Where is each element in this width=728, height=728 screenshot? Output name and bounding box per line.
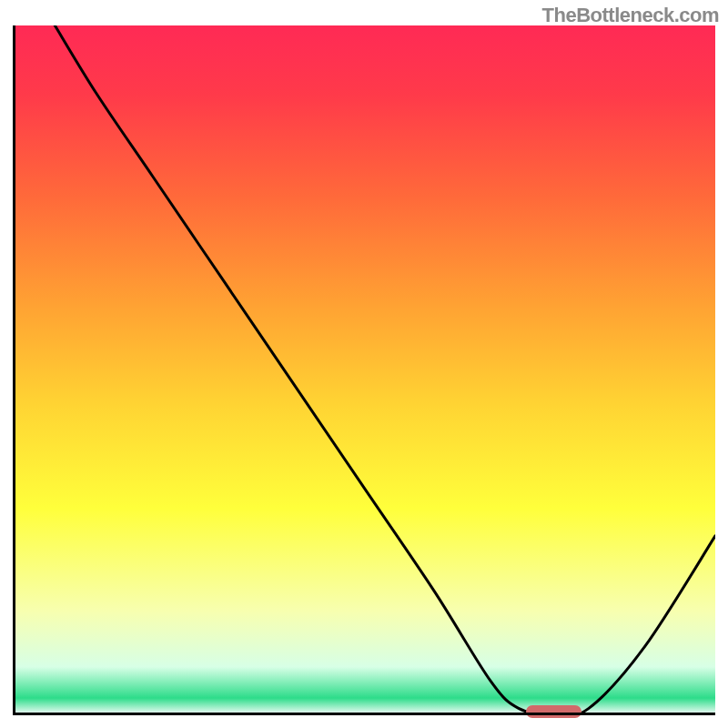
chart-line [13, 25, 715, 715]
y-axis [13, 25, 15, 715]
chart-container [13, 25, 715, 715]
attribution-text: TheBottleneck.com [542, 4, 719, 27]
x-axis [13, 713, 715, 715]
